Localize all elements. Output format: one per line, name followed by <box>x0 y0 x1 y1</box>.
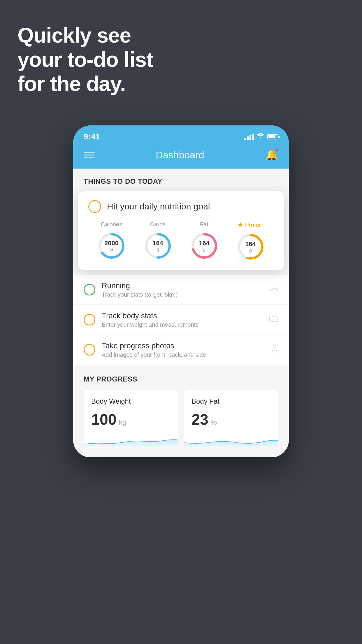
nutrition-card: Hit your daily nutrition goal Calories <box>78 191 284 270</box>
hamburger-menu-button[interactable] <box>84 152 95 158</box>
body-fat-chart <box>184 434 278 449</box>
running-desc: Track your stats (target: 5km) <box>102 291 269 298</box>
running-info: Running Track your stats (target: 5km) <box>102 281 269 298</box>
body-fat-card[interactable]: Body Fat 23 % <box>184 390 278 449</box>
progress-section-title: MY PROGRESS <box>84 375 278 383</box>
star-icon: ★ <box>238 221 243 229</box>
signal-bars-icon <box>244 134 254 140</box>
nav-bar: Dashboard 🔔 <box>73 143 289 169</box>
hero-text: Quickly see your to-do list for the day. <box>17 23 153 96</box>
hamburger-line-3 <box>84 158 95 158</box>
body-fat-card-title: Body Fat <box>191 397 271 405</box>
progress-section: MY PROGRESS Body Weight 100 kg <box>73 365 289 457</box>
status-time: 9:41 <box>84 132 100 141</box>
wifi-icon <box>257 133 264 141</box>
person-icon <box>271 344 278 355</box>
body-fat-value: 23 <box>191 411 208 428</box>
todo-item-running[interactable]: Running Track your stats (target: 5km) <box>73 275 289 305</box>
status-bar: 9:41 <box>73 125 289 143</box>
battery-icon <box>267 134 278 139</box>
notification-bell-button[interactable]: 🔔 <box>265 149 278 161</box>
todo-list: Running Track your stats (target: 5km) T… <box>73 275 289 365</box>
fat-ring: 164 g <box>190 231 219 260</box>
body-stats-desc: Enter your weight and measurements <box>102 321 269 328</box>
calories-value: 2000 <box>104 239 119 247</box>
svg-point-10 <box>273 345 276 348</box>
app-content: THINGS TO DO TODAY Hit your daily nutrit… <box>73 169 289 457</box>
fat-value: 164 <box>199 239 210 247</box>
calories-label: Calories <box>101 221 122 228</box>
stat-carbs: Carbs 164 g <box>143 221 173 260</box>
hamburger-line-1 <box>84 152 95 153</box>
body-weight-value: 100 <box>91 411 117 428</box>
phone-frame: 9:41 Da <box>73 125 289 457</box>
body-weight-unit: kg <box>119 418 126 426</box>
things-section-title: THINGS TO DO TODAY <box>84 177 278 186</box>
fat-label: Fat <box>200 221 208 228</box>
nav-title: Dashboard <box>156 149 204 161</box>
stat-calories: Calories 2000 cal <box>97 221 126 260</box>
body-stats-name: Track body stats <box>102 311 269 320</box>
body-weight-card[interactable]: Body Weight 100 kg <box>84 390 178 449</box>
carbs-value: 164 <box>152 239 163 247</box>
stat-fat: Fat 164 g <box>190 221 219 260</box>
protein-value: 164 <box>245 240 256 248</box>
body-fat-unit: % <box>211 418 217 426</box>
progress-photos-name: Take progress photos <box>102 341 271 350</box>
progress-photos-info: Take progress photos Add images of your … <box>102 341 271 358</box>
hamburger-line-2 <box>84 155 95 155</box>
calories-ring: 2000 cal <box>97 231 126 260</box>
notification-dot <box>275 148 279 152</box>
protein-label: ★ Protein <box>238 221 263 229</box>
body-weight-card-title: Body Weight <box>91 397 171 405</box>
running-name: Running <box>102 281 269 290</box>
running-checkbox[interactable] <box>84 284 95 295</box>
scale-icon <box>269 315 278 325</box>
body-weight-value-row: 100 kg <box>91 411 171 428</box>
shoe-icon <box>269 285 278 294</box>
progress-photos-desc: Add images of your front, back, and side <box>102 351 271 358</box>
body-stats-checkbox[interactable] <box>84 314 95 326</box>
nutrition-stats: Calories 2000 cal <box>88 221 274 261</box>
protein-ring: 164 g <box>236 232 265 261</box>
stat-protein: ★ Protein 164 g <box>236 221 265 261</box>
todo-item-body-stats[interactable]: Track body stats Enter your weight and m… <box>73 305 289 335</box>
todo-item-progress-photos[interactable]: Take progress photos Add images of your … <box>73 335 289 365</box>
body-stats-info: Track body stats Enter your weight and m… <box>102 311 269 328</box>
status-icons <box>244 133 278 141</box>
progress-photos-checkbox[interactable] <box>84 344 95 356</box>
body-weight-chart <box>84 434 178 449</box>
body-fat-value-row: 23 % <box>191 411 271 428</box>
carbs-ring: 164 g <box>143 231 173 260</box>
nutrition-card-header: Hit your daily nutrition goal <box>88 200 274 213</box>
nutrition-card-title: Hit your daily nutrition goal <box>107 202 210 211</box>
nutrition-checkbox[interactable] <box>88 200 101 213</box>
carbs-label: Carbs <box>150 221 166 228</box>
progress-cards: Body Weight 100 kg <box>84 390 278 449</box>
things-section: THINGS TO DO TODAY Hit your daily nutrit… <box>73 169 289 270</box>
